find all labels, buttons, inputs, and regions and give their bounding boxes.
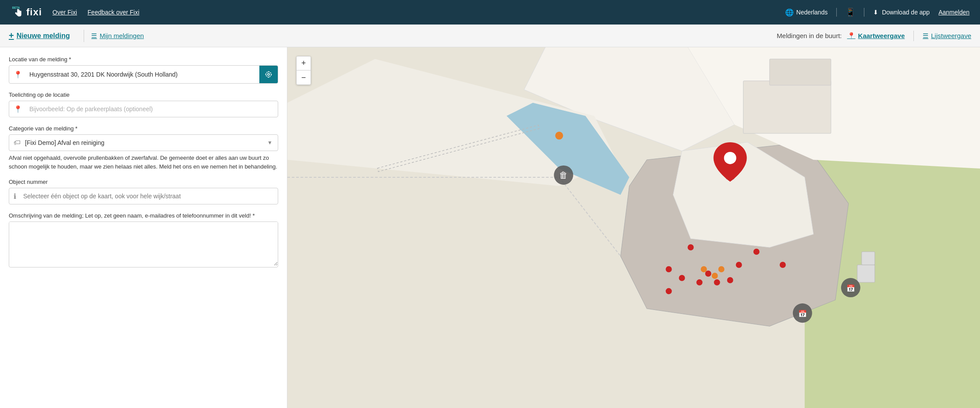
categorie-label: Categorie van de melding * (9, 125, 278, 132)
info-icon: ℹ (9, 192, 21, 200)
map-svg: 🗑 📅 📅 (287, 47, 980, 408)
svg-rect-18 (770, 59, 831, 85)
svg-point-42 (712, 273, 718, 279)
category-description: Afval niet opgehaald, overvolle prullenb… (9, 154, 278, 171)
toelichting-input[interactable] (27, 101, 278, 117)
main-content: Locatie van de melding * 📍 Toelichting o… (0, 47, 980, 408)
lijstweergave-button[interactable]: ☰ Lijstweergave (923, 32, 971, 40)
locatie-input[interactable] (27, 67, 259, 82)
nieuwe-melding-button[interactable]: + Nieuwe melding (9, 31, 77, 41)
omschrijving-group: Omschrijving van de melding; Let op, zet… (9, 212, 278, 267)
location-pin-icon: 📍 (847, 32, 856, 40)
svg-point-37 (754, 249, 760, 255)
svg-point-43 (718, 266, 725, 272)
mijn-meldingen-label: Mijn meldingen (99, 32, 144, 39)
logo-area: BETA fixi (11, 4, 42, 21)
object-label: Object nummer (9, 179, 278, 185)
svg-rect-20 (862, 252, 875, 265)
toelichting-group: Toelichting op de locatie 📍 (9, 91, 278, 117)
lang-label: Nederlands (796, 9, 828, 16)
svg-point-41 (701, 266, 707, 272)
location-icon: 📍 (9, 70, 27, 79)
svg-point-2 (268, 74, 270, 76)
svg-point-38 (780, 262, 786, 268)
locatie-input-wrapper: 📍 (9, 65, 278, 84)
object-input[interactable] (21, 188, 278, 204)
globe-icon: 🌐 (785, 8, 794, 17)
nav-divider-2 (864, 8, 864, 17)
phone-icon: 📱 (846, 7, 855, 17)
toelichting-label: Toelichting op de locatie (9, 91, 278, 98)
svg-rect-19 (857, 265, 875, 282)
lijstweergave-label: Lijstweergave (931, 32, 971, 39)
svg-point-33 (705, 271, 711, 277)
over-fixi-link[interactable]: Over Fixi (53, 9, 77, 16)
nav-right-section: 🌐 Nederlands 📱 ⬇ Download de app Aanmeld… (785, 7, 969, 17)
map-panel: + − (287, 47, 980, 408)
svg-point-28 (724, 152, 736, 164)
svg-text:🗑: 🗑 (559, 170, 568, 180)
svg-text:📅: 📅 (846, 284, 855, 292)
svg-point-35 (727, 277, 733, 283)
map-container[interactable]: + − (287, 47, 980, 408)
download-app-link[interactable]: ⬇ Download de app (873, 9, 930, 16)
top-navigation: BETA fixi Over Fixi Feedback over Fixi 🌐… (0, 0, 980, 25)
svg-point-30 (666, 266, 672, 272)
download-label: Download de app (882, 9, 930, 16)
object-input-wrapper: ℹ (9, 188, 278, 204)
kaartweergave-button[interactable]: 📍 Kaartweergave (847, 32, 905, 40)
mijn-meldingen-link[interactable]: ☰ Mijn meldingen (91, 32, 144, 40)
locatie-label: Locatie van de melding * (9, 56, 278, 63)
toelichting-icon: 📍 (9, 105, 27, 113)
gps-button[interactable] (259, 66, 278, 83)
gps-icon (265, 70, 272, 78)
logo-icon: BETA (11, 4, 27, 21)
svg-point-3 (266, 72, 271, 77)
locatie-group: Locatie van de melding * 📍 (9, 56, 278, 84)
sub-nav-divider (84, 30, 84, 42)
svg-point-36 (736, 262, 742, 268)
svg-point-29 (688, 244, 694, 250)
object-group: Object nummer ℹ (9, 179, 278, 204)
nav-divider-1 (836, 8, 837, 17)
kaartweergave-label: Kaartweergave (858, 32, 905, 39)
aanmelden-link[interactable]: Aanmelden (938, 9, 969, 16)
svg-point-40 (555, 132, 563, 140)
list-view-icon: ☰ (923, 32, 928, 40)
svg-point-34 (714, 279, 720, 285)
categorie-select-wrapper: 🏷 [Fixi Demo] Afval en reiniging ▼ (9, 134, 278, 151)
svg-rect-17 (743, 81, 831, 134)
meldingen-buurt-label: Meldingen in de buurt: (777, 32, 842, 39)
svg-point-32 (697, 279, 703, 285)
svg-point-39 (666, 288, 672, 294)
form-panel: Locatie van de melding * 📍 Toelichting o… (0, 47, 287, 408)
svg-point-31 (679, 275, 685, 281)
categorie-group: Categorie van de melding * 🏷 [Fixi Demo]… (9, 125, 278, 171)
download-icon: ⬇ (873, 9, 878, 16)
omschrijving-label: Omschrijving van de melding; Let op, zet… (9, 212, 278, 219)
svg-text:BETA: BETA (12, 6, 20, 9)
zoom-in-button[interactable]: + (297, 56, 311, 70)
plus-icon: + (9, 31, 14, 41)
logo-text: fixi (26, 7, 42, 18)
toelichting-input-wrapper: 📍 (9, 101, 278, 117)
sub-nav-left: + Nieuwe melding ☰ Mijn meldingen (9, 30, 144, 42)
zoom-out-button[interactable]: − (297, 70, 311, 84)
sub-nav-right: Meldingen in de buurt: 📍 Kaartweergave ☰… (777, 31, 971, 41)
view-divider (913, 31, 914, 41)
svg-text:📅: 📅 (798, 310, 807, 318)
language-selector[interactable]: 🌐 Nederlands (785, 8, 828, 17)
nieuwe-melding-label: Nieuwe melding (17, 32, 70, 40)
categorie-select[interactable]: [Fixi Demo] Afval en reiniging (9, 135, 278, 151)
list-icon-small: ☰ (91, 32, 97, 40)
omschrijving-textarea[interactable] (9, 222, 278, 266)
feedback-link[interactable]: Feedback over Fixi (88, 9, 139, 16)
sub-navigation: + Nieuwe melding ☰ Mijn meldingen Meldin… (0, 25, 980, 47)
omschrijving-textarea-wrapper (9, 222, 278, 267)
zoom-controls: + − (296, 56, 311, 85)
